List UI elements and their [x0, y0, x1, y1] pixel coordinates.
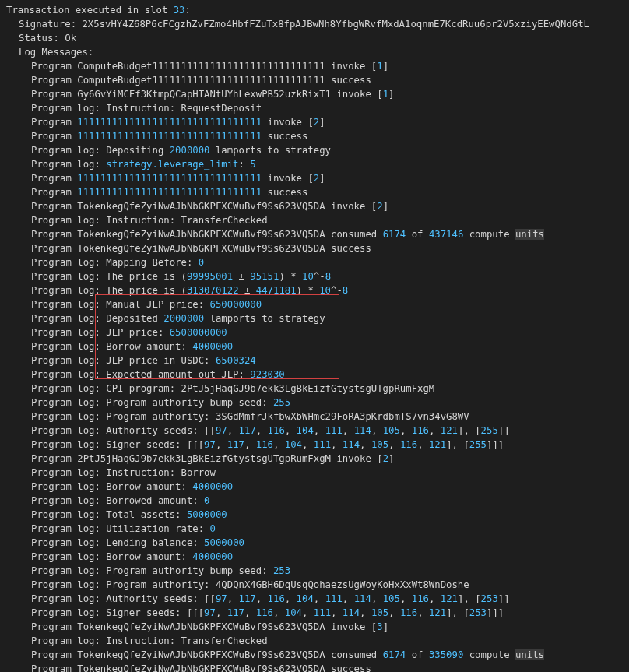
log-line: Program log: JLP price in USDC: 6500324 — [6, 354, 623, 368]
log-line: Program log: Depositing 2000000 lamports… — [6, 143, 623, 157]
log-output: Transaction executed in slot 33: Signatu… — [0, 0, 629, 672]
log-line: Program log: Instruction: RequestDeposit — [6, 101, 623, 115]
log-line: Program 11111111111111111111111111111111… — [6, 129, 623, 143]
log-line: Program log: Mapping Before: 0 — [6, 255, 623, 269]
log-line: Program TokenkegQfeZyiNwAJbNbGKPFXCWuBvf… — [6, 620, 623, 634]
log-line: Program 11111111111111111111111111111111… — [6, 185, 623, 199]
log-line: Program log: strategy.leverage_limit: 5 — [6, 157, 623, 171]
log-line: Program log: Lending balance: 5000000 — [6, 536, 623, 550]
log-line: Program log: Signer seeds: [[[97, 117, 1… — [6, 438, 623, 452]
log-messages-header: Log Messages: — [6, 45, 623, 59]
status: Status: Ok — [6, 31, 623, 45]
log-line: Program log: CPI program: 2PtJ5jHaqGJ9b7… — [6, 382, 623, 396]
log-line: Program log: Borrow amount: 4000000 — [6, 550, 623, 564]
log-line: Program TokenkegQfeZyiNwAJbNbGKPFXCWuBvf… — [6, 227, 623, 241]
log-line: Program log: Program authority: 4QDQnX4G… — [6, 578, 623, 592]
log-line: Program log: Instruction: TransferChecke… — [6, 213, 623, 227]
log-line: Program log: JLP price: 6500000000 — [6, 325, 623, 340]
log-line: Program 11111111111111111111111111111111… — [6, 171, 623, 185]
tx-header: Transaction executed in slot 33: — [6, 3, 623, 17]
log-line: Program TokenkegQfeZyiNwAJbNbGKPFXCWuBvf… — [6, 648, 623, 662]
log-line: Program log: Borrow amount: 4000000 — [6, 480, 623, 494]
log-line: Program log: Signer seeds: [[[97, 117, 1… — [6, 606, 623, 620]
log-line: Program TokenkegQfeZyiNwAJbNbGKPFXCWuBvf… — [6, 199, 623, 213]
log-line: Program TokenkegQfeZyiNwAJbNbGKPFXCWuBvf… — [6, 241, 623, 255]
log-line: Program log: Borrowed amount: 0 — [6, 494, 623, 508]
log-line: Program log: Program authority bump seed… — [6, 564, 623, 578]
signature: Signature: 2X5svHY4Z68P6cFCgzhZvFZmo4Hbf… — [6, 17, 623, 31]
log-line: Program log: Expected amount out JLP: 92… — [6, 368, 623, 382]
log-line: Program log: Total assets: 5000000 — [6, 508, 623, 522]
log-line: Program log: Program authority bump seed… — [6, 396, 623, 410]
log-line: Program log: Authority seeds: [[97, 117,… — [6, 592, 623, 606]
log-line: Program 2PtJ5jHaqGJ9b7ekk3LgBkEizfGtysts… — [6, 452, 623, 466]
log-line: Program Gy6GvYiMCFf3KtmpQCapHTANtUYhLexw… — [6, 87, 623, 101]
log-line: Program log: Manual JLP price: 650000000 — [6, 297, 623, 311]
log-line: Program log: The price is (313070122 ± 4… — [6, 283, 623, 297]
log-line: Program log: The price is (99995001 ± 95… — [6, 269, 623, 283]
log-line: Program TokenkegQfeZyiNwAJbNbGKPFXCWuBvf… — [6, 662, 623, 672]
log-line: Program log: Program authority: 3SGdMmfr… — [6, 410, 623, 424]
log-line: Program ComputeBudget1111111111111111111… — [6, 73, 623, 87]
log-line: Program ComputeBudget1111111111111111111… — [6, 59, 623, 73]
log-line: Program log: Instruction: TransferChecke… — [6, 634, 623, 648]
log-line: Program 11111111111111111111111111111111… — [6, 115, 623, 129]
log-line: Program log: Deposited 2000000 lamports … — [6, 311, 623, 325]
log-line: Program log: Utilization rate: 0 — [6, 522, 623, 536]
log-line: Program log: Authority seeds: [[97, 117,… — [6, 424, 623, 438]
log-line: Program log: Instruction: Borrow — [6, 466, 623, 480]
log-line: Program log: Borrow amount: 4000000 — [6, 340, 623, 354]
